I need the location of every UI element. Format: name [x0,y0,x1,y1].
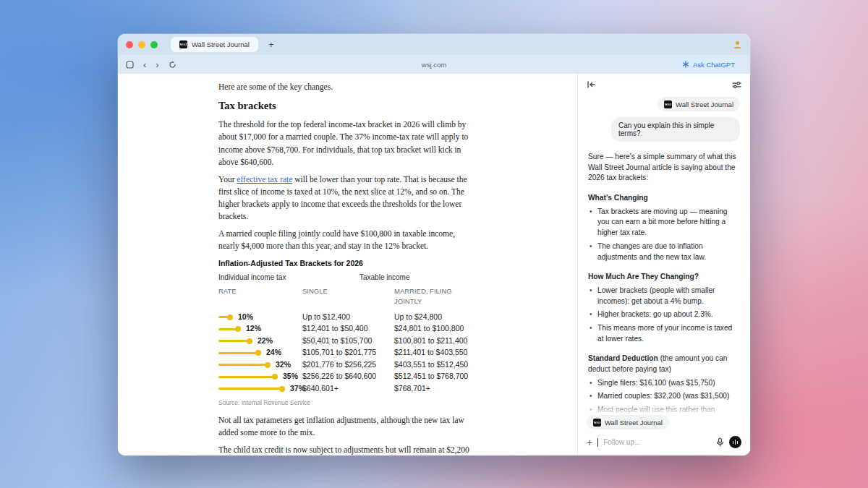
effective-tax-rate-link[interactable]: effective tax rate [237,175,292,184]
footer-source-chip[interactable]: WSJ Wall Street Journal [587,415,669,429]
tax-bracket-chart: Inflation-Adjusted Tax Brackets for 2026… [218,258,473,408]
table-row: 10% Up to $12,400 Up to $24,800 [218,311,473,323]
article-paragraph: The threshold for the top federal income… [218,119,473,168]
rate-bar [218,316,230,318]
bullet-item: Single filers: $16,100 (was $15,750) [588,378,740,389]
collapse-sidebar-icon[interactable] [587,80,596,89]
ask-chatgpt-button[interactable]: Ask ChatGPT [675,58,742,72]
table-header: RATE SINGLE MARRIED, FILING JOINTLY [218,286,473,307]
chart-left-label: Individual income tax [218,273,286,281]
rate-bar [218,340,250,342]
article-paragraph: Your effective tax rate will be lower th… [218,174,473,223]
tab-wall-street-journal[interactable]: WSJ Wall Street Journal [171,37,258,52]
page-content: Here are some of the key changes. Tax br… [118,74,750,455]
table-row: 37% $640,601+ $768,701+ [218,382,473,395]
chart-source: Source: Internal Revenue Service [218,398,473,408]
article-paragraph: A married couple filing jointly could ha… [218,228,473,252]
chart-right-label: Taxable income [359,273,409,283]
rate-bar [218,376,275,378]
assistant-intro: Sure — here's a simple summary of what t… [588,152,740,184]
tab-bar: WSJ Wall Street Journal + [118,34,750,55]
browser-window: WSJ Wall Street Journal + ‹ › wsj.com [118,34,750,455]
minimize-window-button[interactable] [138,41,145,48]
table-row: 35% $256,226 to $640,600 $512,451 to $76… [218,371,473,383]
voice-mode-button[interactable] [729,436,741,448]
source-chip-label: Wall Street Journal [676,100,733,108]
microphone-icon[interactable] [716,437,724,447]
text-cursor [597,438,598,447]
sidebar-footer: WSJ Wall Street Journal + [578,399,750,456]
rate-bar [218,328,238,330]
bullet-item: Lower brackets (people with smaller inco… [588,286,740,307]
tax-brackets-heading: Tax brackets [218,98,473,114]
browser-toolbar: ‹ › wsj.com Ask ChatGPT [118,55,750,74]
chat-input-row: + [587,436,741,448]
table-row: 22% $50,401 to $105,700 $100,801 to $211… [218,335,473,347]
table-row: 32% $201,776 to $256,225 $403,551 to $51… [218,359,473,371]
close-window-button[interactable] [126,41,133,48]
bullet-item: Tax brackets are moving up — meaning you… [588,207,740,239]
zoom-window-button[interactable] [150,41,158,48]
window-controls [126,41,158,48]
section-heading: Standard Deduction (the amount you can d… [588,354,740,374]
options-icon[interactable] [732,81,741,89]
wsj-favicon-icon: WSJ [593,419,601,427]
bullet-item: This means more of your income is taxed … [588,323,740,344]
add-attachment-icon[interactable]: + [587,437,592,448]
footer-chip-label: Wall Street Journal [605,419,663,427]
rate-bar [218,352,258,354]
tab-title: Wall Street Journal [192,40,250,48]
wsj-favicon-icon: WSJ [179,40,187,48]
section-heading: How Much Are They Changing? [588,272,740,283]
ask-chatgpt-label: Ask ChatGPT [693,61,735,69]
article-intro: Here are some of the key changes. [218,81,473,93]
follow-up-input[interactable] [603,438,711,446]
article-scroll-area[interactable]: Here are some of the key changes. Tax br… [118,74,577,455]
chart-title: Inflation-Adjusted Tax Brackets for 2026 [218,258,473,270]
source-chip[interactable]: WSJ Wall Street Journal [658,97,740,111]
article-paragraph: The child tax credit is now subject to a… [218,444,473,455]
bullet-item: The changes are due to inflation adjustm… [588,241,740,262]
rate-bar [218,388,282,390]
user-message: Can you explain this in simple terms? [611,117,740,142]
rate-bar [218,364,268,366]
table-row: 24% $105,701 to $201,775 $211,401 to $40… [218,347,473,359]
profile-icon[interactable] [733,40,742,49]
chatgpt-sidebar: WSJ Wall Street Journal Can you explain … [577,74,750,455]
section-heading: What's Changing [588,193,740,204]
table-row: 12% $12,401 to $50,400 $24,801 to $100,8… [218,323,473,335]
url-display[interactable]: wsj.com [118,61,750,69]
wsj-favicon-icon: WSJ [664,100,672,108]
bullet-item: Higher brackets: go up about 2.3%. [588,309,740,320]
chatgpt-icon [682,61,689,68]
new-tab-button[interactable]: + [268,40,274,49]
sidebar-header [578,74,750,95]
article-paragraph: Not all tax parameters get inflation adj… [218,414,473,439]
